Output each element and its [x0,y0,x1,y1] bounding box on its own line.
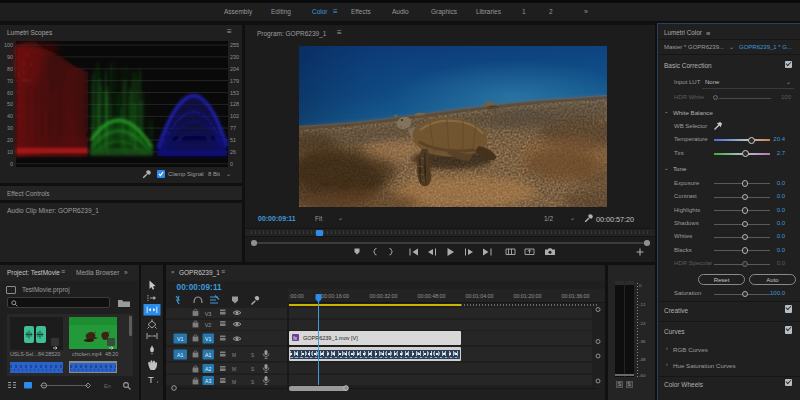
svg-text:10: 10 [7,149,13,155]
svg-text:20: 20 [7,137,13,143]
svg-text:50: 50 [7,101,13,107]
svg-text:V1: V1 [177,336,183,342]
svg-text:T: T [148,374,154,385]
svg-text:255: 255 [230,42,239,48]
svg-text:S: S [251,353,254,358]
svg-text:A2: A2 [205,366,211,372]
svg-text:0: 0 [10,161,13,167]
svg-text:40: 40 [7,113,13,119]
svg-text:80: 80 [7,66,13,72]
svg-text:M: M [232,353,236,358]
svg-text:102: 102 [230,113,239,119]
svg-text:A1: A1 [205,352,211,358]
svg-text:128: 128 [230,101,239,107]
svg-text:179: 179 [230,78,239,84]
svg-text:V1: V1 [205,336,211,342]
svg-text:En: En [104,383,111,389]
svg-text:0: 0 [230,161,233,167]
svg-text:30: 30 [7,125,13,131]
svg-text:26: 26 [230,149,236,155]
svg-text:90: 90 [7,54,13,60]
svg-text:77: 77 [230,125,236,131]
svg-text:204: 204 [230,66,239,72]
svg-text:V2: V2 [205,322,212,328]
svg-text:230: 230 [230,54,239,60]
svg-text:100: 100 [4,42,13,48]
svg-text:70: 70 [7,78,13,84]
svg-text:S: S [251,367,254,372]
svg-text:60: 60 [7,90,13,96]
svg-text:M: M [232,367,236,372]
svg-text:A1: A1 [177,352,183,358]
svg-text:V3: V3 [205,311,212,317]
svg-text:153: 153 [230,90,239,96]
svg-text:51: 51 [230,137,236,143]
